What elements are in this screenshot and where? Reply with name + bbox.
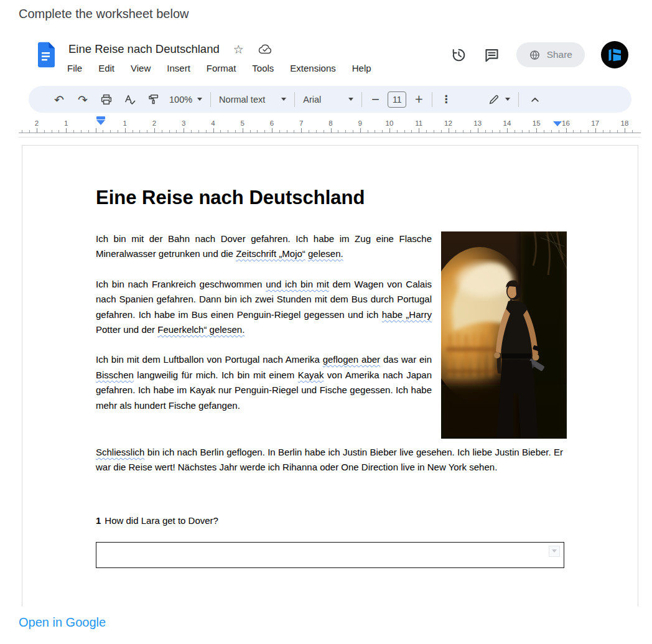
open-in-google-link[interactable]: Open in Google <box>19 615 106 630</box>
ruler-tick <box>301 128 302 133</box>
ruler-tick <box>37 128 37 133</box>
version-history-icon[interactable] <box>450 47 467 63</box>
ruler-tick <box>470 130 471 133</box>
ruler-tick <box>139 130 140 133</box>
decrease-font-size-button[interactable]: − <box>366 90 384 109</box>
ruler-tick <box>522 130 523 133</box>
ruler-tick <box>573 130 574 133</box>
star-icon[interactable]: ☆ <box>233 44 244 55</box>
chevron-down-icon <box>281 98 286 101</box>
menu-item-view[interactable]: View <box>131 63 151 73</box>
ruler-number: 8 <box>328 119 332 127</box>
ruler-tick <box>580 130 581 133</box>
ruler-tick <box>191 130 192 133</box>
font-size-field[interactable]: 11 <box>388 91 406 108</box>
ruler-tick <box>434 130 434 133</box>
menu-item-extensions[interactable]: Extensions <box>290 63 335 73</box>
undo-button[interactable]: ↶ <box>47 90 71 109</box>
ruler-tick <box>228 130 228 133</box>
paragraph-style-select[interactable]: Normal text <box>215 90 290 109</box>
ruler-number: 15 <box>533 119 541 127</box>
misspelled-text: Kayak <box>298 370 324 380</box>
ruler-tick <box>206 130 207 133</box>
menu-item-file[interactable]: File <box>67 63 82 73</box>
misspelled-text: Feuerkelch“ gelesen. <box>157 324 244 335</box>
ruler-tick <box>397 130 398 133</box>
hide-menus-button[interactable] <box>523 90 547 109</box>
increase-font-size-button[interactable]: + <box>410 90 427 109</box>
paragraph: Schliesslich bin ich nach Berlin gefloge… <box>96 445 563 475</box>
ruler-tick <box>66 128 67 133</box>
ruler-tick <box>507 128 508 133</box>
ruler-tick <box>22 130 22 133</box>
menu-item-insert[interactable]: Insert <box>167 63 190 73</box>
paint-format-button[interactable] <box>142 90 165 109</box>
ruler-number: 17 <box>591 119 599 127</box>
chevron-down-icon <box>505 98 510 101</box>
account-avatar[interactable] <box>601 41 628 68</box>
document-title-field[interactable]: Eine Reise nach Deutschland <box>68 42 220 56</box>
ruler-tick <box>382 130 383 133</box>
menu-item-tools[interactable]: Tools <box>252 63 274 73</box>
ruler-tick <box>492 130 493 133</box>
ruler-number: 9 <box>358 119 362 127</box>
answer-input-box[interactable] <box>96 542 564 568</box>
editing-mode-select[interactable] <box>484 90 514 109</box>
ruler-tick <box>169 130 170 133</box>
ruler-tick <box>198 130 199 133</box>
text-run: Ich bin mit dem Luftballon von Portugal … <box>96 354 323 365</box>
pen-icon <box>488 93 500 106</box>
font-select[interactable]: Arial <box>299 90 357 109</box>
left-indent-marker[interactable] <box>96 116 105 125</box>
ruler-tick <box>184 128 184 133</box>
misspelled-text: Zeitschrift „Mojo“ <box>236 248 305 259</box>
ruler-tick <box>617 130 618 133</box>
ruler-tick <box>29 130 30 133</box>
ruler-tick <box>44 130 45 133</box>
ruler-tick <box>411 130 412 133</box>
google-docs-logo-icon[interactable] <box>36 42 55 68</box>
ruler-tick <box>176 130 177 133</box>
cloud-saved-icon[interactable] <box>258 43 272 55</box>
comments-icon[interactable] <box>483 47 500 63</box>
ruler-number: 2 <box>35 119 39 127</box>
redo-button[interactable]: ↷ <box>71 90 95 109</box>
document-page[interactable]: Eine Reise nach Deutschland Ich bin mit … <box>22 145 638 607</box>
ruler-tick <box>133 130 133 133</box>
ruler-tick <box>220 130 221 133</box>
ruler-tick <box>250 130 251 133</box>
paragraph: Ich bin nach Frankreich geschwommen und … <box>96 277 432 338</box>
ruler-tick <box>147 130 147 133</box>
document-canvas: Eine Reise nach Deutschland Ich bin mit … <box>19 137 641 607</box>
spell-check-button[interactable] <box>118 90 142 109</box>
chevron-down-icon <box>197 98 202 101</box>
ruler-number: 7 <box>299 119 303 127</box>
menu-item-edit[interactable]: Edit <box>98 63 114 73</box>
ruler-tick <box>118 130 118 133</box>
ruler-tick <box>478 128 478 133</box>
ruler-tick <box>58 130 59 133</box>
more-options-button[interactable]: ⋮ <box>437 90 455 109</box>
answer-dropdown-button[interactable] <box>549 546 560 557</box>
text-run: Potter und der <box>96 324 157 335</box>
zoom-select[interactable]: 100% <box>165 90 206 109</box>
ruler-tick <box>235 130 236 133</box>
ruler-tick <box>389 128 390 133</box>
ruler-tick <box>455 130 456 133</box>
ruler-tick <box>500 130 500 133</box>
menu-item-help[interactable]: Help <box>352 63 371 73</box>
ruler-number: 3 <box>182 119 185 127</box>
paragraph: Ich bin mit dem Luftballon von Portugal … <box>96 352 432 413</box>
menu-item-format[interactable]: Format <box>207 63 236 73</box>
ruler-number: 1 <box>123 119 127 127</box>
misspelled-text: Bisschen <box>96 370 134 380</box>
ruler-number: 12 <box>444 119 452 127</box>
ruler-tick <box>331 128 332 133</box>
right-indent-marker[interactable] <box>553 121 562 126</box>
print-button[interactable] <box>95 90 118 109</box>
ruler-tick <box>272 128 272 133</box>
ruler-tick <box>243 128 243 133</box>
ruler-tick <box>632 130 633 133</box>
ruler-tick <box>536 128 537 133</box>
share-button[interactable]: Share <box>516 42 585 67</box>
